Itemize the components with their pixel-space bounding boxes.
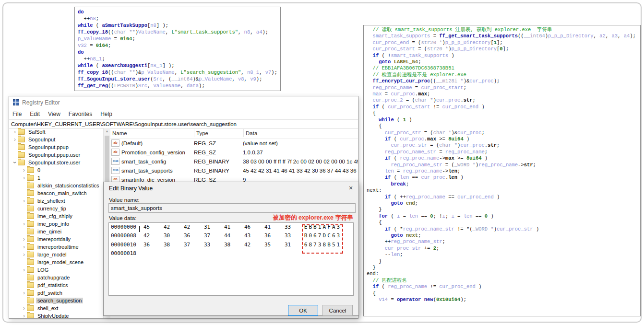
tree-item-SogouInput.store.user[interactable]: ›SogouInput.store.user: [9, 159, 103, 166]
window-title: Registry Editor: [22, 99, 60, 106]
ascii-char: 0: [308, 232, 313, 239]
menu-item-view[interactable]: View: [48, 111, 60, 117]
ok-button[interactable]: OK: [288, 305, 318, 316]
address-bar[interactable]: Computer\HKEY_CURRENT_USER\SOFTWARE\Sogo…: [9, 119, 358, 128]
tree-item-ShiplyUpdate[interactable]: ›ShiplyUpdate: [9, 312, 103, 318]
tree-item-ime_pop_info[interactable]: ›ime_pop_info: [9, 220, 103, 228]
tree-item-SogouInput.ppup.user[interactable]: SogouInput.ppup.user: [9, 151, 103, 159]
chevron-right-icon[interactable]: ›: [21, 168, 27, 173]
tree-item-label: imereportrealtime: [36, 244, 80, 250]
value-row-smart_task_config[interactable]: 0110smart_task_configREG_BINARY38 03 00 …: [110, 157, 358, 166]
chevron-right-icon[interactable]: ›: [21, 237, 27, 242]
code-line: break;: [367, 181, 637, 187]
value-row-Promotion_config_version[interactable]: abPromotion_config_versionREG_SZ1.0.0.37: [110, 148, 358, 157]
chevron-right-icon[interactable]: ›: [21, 313, 27, 318]
ascii-char: B: [308, 224, 313, 230]
chevron-right-icon[interactable]: ›: [21, 221, 27, 226]
cancel-button[interactable]: Cancel: [322, 305, 353, 316]
value-row-(Default)[interactable]: ab(Default)REG_SZ(value not set): [110, 139, 358, 148]
tree-item-search_suggestion[interactable]: search_suggestion: [9, 297, 103, 304]
chevron-right-icon[interactable]: ›: [21, 306, 27, 311]
chevron-right-icon[interactable]: ›: [21, 267, 27, 272]
hex-editor[interactable]: 000000004542423141464133EBB1AFA300000008…: [108, 222, 354, 296]
chevron-right-icon[interactable]: ›: [12, 137, 18, 142]
folder-icon: [27, 198, 34, 204]
tree-item-beacon_main_switch[interactable]: beacon_main_switch: [9, 189, 103, 197]
code-line: cur_proc_start = (str20 *)p_p_p_Director…: [367, 46, 637, 52]
value-type: REG_SZ: [194, 150, 243, 155]
pseudocode-panel-right: // 读取 smart_task_supports 注册表, 获取到 explo…: [363, 25, 641, 316]
tree-item-SogouInput[interactable]: ›SogouInput: [9, 136, 103, 143]
code-line: next:: [367, 187, 637, 194]
code-line: if ( reg_proc_name->max >= 8ui64 ): [367, 155, 637, 162]
value-type: REG_BINARY: [194, 159, 243, 164]
value-row-smart_task_supports[interactable]: 0110smart_task_supportsREG_BINARY45 42 4…: [110, 166, 358, 175]
hex-byte: 42: [184, 224, 193, 230]
tree-item-pdf_switch[interactable]: ›pdf_switch: [9, 289, 103, 297]
tree-item-patchupgrade[interactable]: patchupgrade: [9, 274, 103, 281]
scroll-up-icon[interactable]: ▲: [104, 128, 110, 135]
code-line: for ( i = len == 0; !i; i = len == 0 ): [367, 213, 637, 220]
column-header-data[interactable]: Data: [244, 129, 358, 137]
tree-item-currency_tip[interactable]: currency_tip: [9, 205, 103, 212]
hex-row: 000000084230363744433633B067DC63: [109, 232, 353, 240]
menu-item-favorites[interactable]: Favorites: [69, 111, 92, 117]
ascii-char: 6: [303, 242, 308, 248]
chevron-right-icon[interactable]: ›: [21, 290, 27, 295]
tree-item-imereportrealtime[interactable]: ›imereportrealtime: [9, 243, 103, 251]
menu-item-file[interactable]: File: [12, 111, 22, 117]
tree-item-label: shell_ext: [36, 305, 60, 311]
ascii-char: C: [327, 232, 332, 239]
list-header: Name Type Data: [110, 128, 358, 139]
folder-icon: [27, 259, 34, 265]
value-name-field[interactable]: smart_task_supports: [108, 203, 356, 213]
tree-item-ime_qimei[interactable]: ime_qimei: [9, 228, 103, 235]
code-line: max = cur_proc.max;: [367, 91, 637, 97]
tree-item-shell_ext[interactable]: ›shell_ext: [9, 304, 103, 312]
tree-item-SalSoft[interactable]: ›SalSoft: [9, 128, 103, 136]
tree-item-LOG[interactable]: ›LOG: [9, 266, 103, 274]
tree-item-ime_cfg_shiply[interactable]: ime_cfg_shiply: [9, 212, 103, 220]
tree-item-biz_shellext[interactable]: ›biz_shellext: [9, 197, 103, 205]
chevron-right-icon[interactable]: ›: [21, 244, 27, 249]
close-icon[interactable]: ✕: [344, 183, 358, 193]
chevron-right-icon[interactable]: ›: [21, 198, 27, 203]
tree-item-SogouInput.ppup[interactable]: SogouInput.ppup: [9, 143, 103, 151]
menu-item-help[interactable]: Help: [100, 111, 112, 117]
ascii-char: 3: [336, 224, 341, 230]
value-data: 38 03 00 00 ff ff ff 7f 2c 00 02 00 02 0…: [243, 159, 358, 164]
code-line: ff_encrypt_cur_proc((__m128i *)&cur_proc…: [367, 78, 637, 84]
ascii-char: 3: [317, 242, 322, 248]
tree-item-1[interactable]: ›1: [9, 174, 103, 182]
hex-byte: 36: [184, 232, 193, 239]
column-header-name[interactable]: Name: [110, 129, 194, 137]
chevron-right-icon[interactable]: ›: [21, 175, 27, 180]
ascii-char: 6: [312, 232, 317, 239]
string-value-icon: ab: [111, 139, 119, 147]
tree-item-label: patchupgrade: [36, 275, 71, 280]
code-line: ff_copy_18((char **)ValueName, L"smart_t…: [78, 29, 277, 35]
code-line: ff_copy_18((char **)&p_ValueName, L"sear…: [78, 69, 277, 76]
code-line: // 检查当前进程是不是 explorer.exe: [367, 72, 637, 78]
menu-item-edit[interactable]: Edit: [30, 111, 40, 117]
tree-item-allskin_statusiconstatistics[interactable]: allskin_statusiconstatistics: [9, 182, 103, 189]
column-header-type[interactable]: Type: [194, 129, 244, 137]
value-data: 45 42 42 31 41 46 41 33 42 30 36 37 44 4…: [243, 168, 358, 174]
hex-byte: 41: [264, 224, 274, 230]
chevron-right-icon[interactable]: ›: [21, 252, 27, 257]
hex-byte: 36: [264, 232, 274, 239]
tree-item-label: 0: [36, 167, 42, 173]
hex-byte: 35: [264, 242, 274, 248]
tree-item-0[interactable]: ›0: [9, 166, 103, 174]
hex-byte: 42: [164, 224, 173, 230]
tree-item-imereportdaily[interactable]: ›imereportdaily: [9, 235, 103, 243]
tree-item-pdf_statistics[interactable]: pdf_statistics: [9, 281, 103, 289]
dialog-titlebar[interactable]: Edit Binary Value: [104, 182, 358, 194]
chevron-right-icon[interactable]: ›: [12, 129, 18, 134]
registry-titlebar[interactable]: Registry Editor: [9, 96, 358, 108]
value-name: (Default): [121, 140, 143, 146]
scrollbar-thumb[interactable]: [105, 136, 109, 188]
tree-item-large_model[interactable]: ›large_model: [9, 251, 103, 258]
chevron-down-icon[interactable]: ›: [12, 160, 17, 165]
tree-item-large_model_scene[interactable]: large_model_scene: [9, 258, 103, 266]
